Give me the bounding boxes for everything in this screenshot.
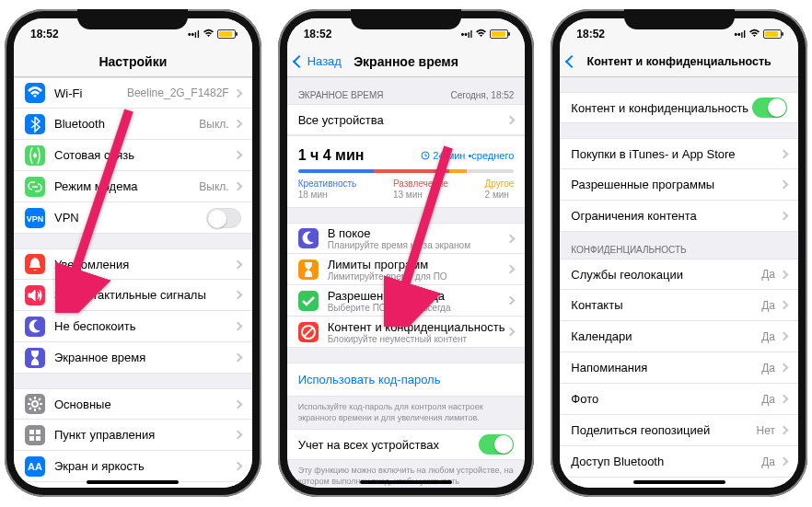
row-value: Да [761, 362, 775, 374]
settings-row[interactable]: В покоеПланируйте время не за экраном [287, 223, 526, 254]
chevron-icon [233, 462, 242, 471]
settings-row[interactable]: НапоминанияДа [560, 352, 798, 384]
chevron-icon [233, 353, 242, 363]
svg-rect-4 [36, 430, 41, 434]
usage-legend: Креативность18 минРазвлечение13 минДруго… [298, 179, 515, 200]
settings-row[interactable]: VPNVPN [14, 202, 252, 234]
disp2-icon: AA [25, 456, 45, 477]
wifi-icon [25, 83, 45, 103]
hour-icon [298, 259, 319, 280]
account-all-devices-row[interactable]: Учет на всех устройствах [287, 429, 526, 460]
settings-row[interactable]: Разрешенные программы [560, 169, 798, 201]
row-value: Beeline_2G_F1482F [127, 86, 229, 99]
sound-icon [25, 285, 45, 305]
settings-row[interactable]: Режим модемаВыкл. [14, 171, 252, 202]
wifi-icon [475, 29, 487, 40]
settings-row[interactable]: Контент и конфиденциальностьБлокируйте н… [287, 317, 526, 348]
battery-icon [217, 29, 236, 39]
content[interactable]: Контент и конфиденциальность Покупки в i… [560, 77, 798, 488]
settings-row[interactable]: BluetoothВыкл. [14, 109, 252, 140]
signal-icon: ••ıl [188, 29, 200, 40]
nav-title: Экранное время [354, 54, 458, 69]
row-label: Контакты [571, 298, 761, 312]
settings-row[interactable]: Сотовая связь [14, 140, 252, 171]
settings-row[interactable]: AAЭкран и яркость [14, 451, 252, 482]
row-label: Пункт управления [54, 428, 235, 442]
settings-row[interactable]: Разрешенные всегдаВыберите ПО нужное все… [287, 285, 526, 317]
settings-row[interactable]: Службы геолокацииДа [560, 259, 798, 290]
toggle-switch[interactable] [206, 208, 241, 228]
settings-row[interactable]: Основные [14, 388, 252, 420]
home-indicator[interactable] [633, 480, 725, 484]
svg-text:VPN: VPN [27, 214, 44, 224]
settings-row[interactable]: Звуки, тактильные сигналы [14, 280, 252, 311]
row-label: Режим модема [54, 179, 199, 193]
settings-row[interactable]: Доступ BluetoothДа [560, 446, 798, 478]
clock-icon [421, 151, 430, 160]
navbar: Настройки [14, 46, 252, 77]
content-privacy-toggle-row[interactable]: Контент и конфиденциальность [560, 92, 798, 123]
moon-icon [298, 228, 319, 248]
chevron-icon [780, 395, 789, 404]
chevron-icon [233, 399, 242, 409]
row-value: Да [761, 330, 775, 343]
back-button[interactable]: Назад [295, 54, 342, 68]
svg-text:AA: AA [28, 461, 42, 472]
legend-item: Другое2 мин [485, 179, 515, 200]
toggle-switch[interactable] [479, 434, 514, 455]
settings-row[interactable]: Не беспокоить [14, 311, 252, 342]
settings-row[interactable]: КалендариДа [560, 321, 798, 352]
settings-row[interactable]: КонтактыДа [560, 290, 798, 321]
signal-icon: ••ıl [461, 29, 473, 40]
toggle-switch[interactable] [752, 98, 787, 118]
content[interactable]: ЭКРАННОЕ ВРЕМЯСегодня, 18:52 Все устройс… [287, 77, 526, 488]
settings-row[interactable]: Поделиться геопозициейНет [560, 415, 798, 446]
row-label: Разрешенные всегда [328, 289, 508, 303]
home-indicator[interactable] [360, 480, 452, 484]
wifi-icon [748, 29, 760, 40]
row-label: Wi-Fi [54, 86, 127, 100]
row-label: Экранное время [54, 351, 235, 364]
row-label: Не беспокоить [54, 319, 235, 333]
total-time: 1 ч 4 мин [298, 147, 365, 164]
ctrl-icon [25, 425, 45, 445]
row-label: Контент и конфиденциальность [571, 101, 752, 115]
settings-row[interactable]: Лимиты программЛимитируйте время для ПО [287, 254, 526, 285]
row-label: Покупки в iTunes- и App Store [571, 147, 781, 161]
row-value: Выкл. [199, 118, 228, 131]
wall-icon [25, 488, 45, 489]
bt-icon [25, 114, 45, 134]
chevron-icon [233, 291, 242, 300]
vpn-icon: VPN [25, 208, 45, 228]
settings-row[interactable]: Ограничения контента [560, 201, 798, 232]
row-label: В покое [328, 226, 508, 240]
passcode-link[interactable]: Использовать код-пароль [287, 363, 526, 397]
screentime-card[interactable]: 1 ч 4 мин 24 мин •среднего Креативность1… [287, 135, 526, 208]
gear-icon [25, 394, 45, 414]
chevron-icon [780, 149, 789, 158]
chevron-icon [506, 115, 516, 124]
legend-item: Креативность18 мин [298, 179, 357, 200]
svg-rect-3 [29, 430, 34, 434]
settings-row[interactable]: Пункт управления [14, 420, 252, 451]
row-label: Календари [571, 329, 761, 343]
row-label: Экран и яркость [54, 459, 235, 473]
row-label: Напоминания [571, 361, 761, 374]
back-button[interactable] [567, 57, 580, 66]
settings-row[interactable]: ФотоДа [560, 384, 798, 415]
settings-row[interactable]: Wi-FiBeeline_2G_F1482F [14, 77, 252, 109]
all-devices-row[interactable]: Все устройства [287, 104, 526, 135]
cell-icon [25, 145, 45, 166]
signal-icon: ••ıl [734, 29, 746, 40]
usage-bar [298, 169, 515, 173]
settings-row[interactable]: Экранное время [14, 342, 252, 374]
chevron-icon [233, 88, 242, 98]
settings-row[interactable]: Уведомления [14, 248, 252, 280]
phone-1: 18:52 ••ıl Настройки Wi-FiBeeline_2G_F14… [5, 9, 261, 497]
home-indicator[interactable] [87, 480, 179, 484]
content[interactable]: Wi-FiBeeline_2G_F1482FBluetoothВыкл.Сото… [14, 77, 252, 488]
settings-row[interactable]: Покупки в iTunes- и App Store [560, 138, 798, 169]
status-time: 18:52 [304, 28, 332, 40]
chevron-icon [233, 259, 242, 269]
svg-rect-6 [36, 436, 41, 441]
